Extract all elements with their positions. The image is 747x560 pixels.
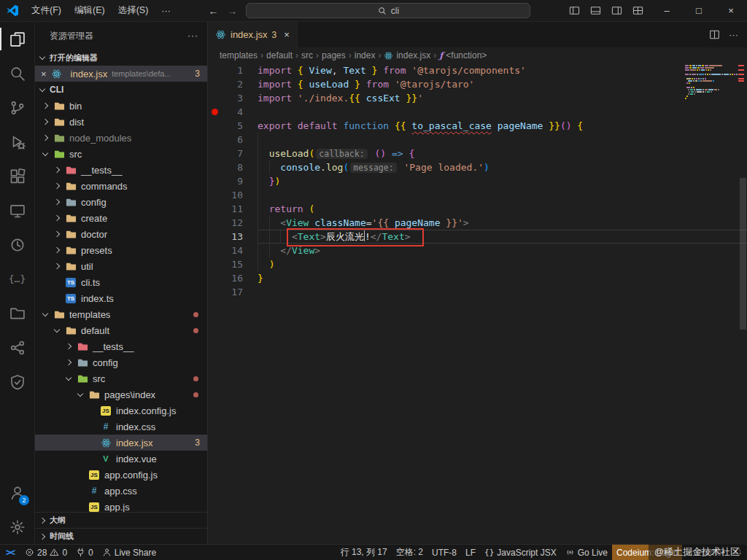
activity-bar-item-testing[interactable] bbox=[0, 365, 34, 399]
status-item-eol[interactable]: LF bbox=[461, 545, 480, 560]
toggle-sidebar-icon[interactable] bbox=[569, 5, 580, 16]
tree-item[interactable]: templates bbox=[35, 306, 207, 322]
line-content[interactable]: export default function {{ to_pascal_cas… bbox=[258, 119, 747, 133]
split-editor-icon[interactable] bbox=[709, 29, 720, 40]
close-button[interactable]: × bbox=[715, 0, 747, 21]
open-editors-header[interactable]: 打开的编辑器 bbox=[35, 50, 207, 66]
timeline-section-header[interactable]: 时间线 bbox=[35, 528, 207, 544]
tree-item[interactable]: config bbox=[35, 194, 207, 210]
status-item-go-live[interactable]: Go Live bbox=[561, 545, 612, 560]
tree-item[interactable]: src bbox=[35, 146, 207, 162]
activity-bar-item-snippets[interactable]: {…} bbox=[0, 262, 34, 296]
status-item-language-mode[interactable]: {}JavaScript JSX bbox=[480, 545, 561, 560]
command-center-search[interactable]: cli bbox=[246, 3, 530, 18]
line-content[interactable]: useLoad(callback: () => { bbox=[258, 147, 747, 160]
status-item-remote[interactable]: >< bbox=[0, 545, 20, 560]
tree-item[interactable]: __tests__ bbox=[35, 162, 207, 178]
code-area[interactable]: 1import { View, Text } from '@tarojs/com… bbox=[208, 63, 747, 544]
tree-item[interactable]: TSindex.ts bbox=[35, 290, 207, 306]
tree-item[interactable]: default bbox=[35, 322, 207, 338]
status-item-cursor-position[interactable]: 行 13, 列 17 bbox=[336, 545, 392, 560]
status-item-problems[interactable]: 280 bbox=[20, 545, 71, 560]
breadcrumb-item[interactable]: index bbox=[355, 50, 376, 61]
menu-item[interactable]: 编辑(E) bbox=[68, 0, 112, 21]
activity-bar-item-live-share[interactable] bbox=[0, 330, 34, 365]
activity-bar-item-source-control[interactable] bbox=[0, 90, 34, 125]
editor-scrollbar[interactable] bbox=[740, 178, 746, 330]
tree-item[interactable]: doctor bbox=[35, 226, 207, 242]
activity-bar-item-run-debug[interactable] bbox=[0, 125, 34, 159]
line-content[interactable]: console.log(message: 'Page loaded.') bbox=[258, 160, 747, 174]
activity-bar-item-project-manager[interactable] bbox=[0, 296, 34, 330]
line-content[interactable]: ) bbox=[258, 257, 747, 271]
tree-item[interactable]: #index.css bbox=[35, 419, 207, 435]
glyph-margin[interactable] bbox=[208, 109, 221, 115]
breadcrumb-item[interactable]: src bbox=[301, 50, 313, 61]
tree-item[interactable]: create bbox=[35, 210, 207, 226]
tree-item[interactable]: JSindex.config.js bbox=[35, 402, 207, 419]
tree-item[interactable]: Vindex.vue bbox=[35, 451, 207, 467]
tree-item[interactable]: util bbox=[35, 258, 207, 274]
minimap[interactable] bbox=[684, 65, 738, 102]
breadcrumb-item[interactable]: default bbox=[266, 50, 293, 61]
toggle-secondary-sidebar-icon[interactable] bbox=[611, 5, 622, 16]
minimize-button[interactable]: – bbox=[651, 0, 683, 21]
line-content[interactable] bbox=[258, 188, 747, 202]
more-actions-icon[interactable]: ··· bbox=[729, 29, 738, 40]
tree-item[interactable]: config bbox=[35, 354, 207, 370]
line-content[interactable]: } bbox=[258, 271, 747, 285]
activity-bar-item-settings[interactable] bbox=[0, 510, 34, 544]
line-content[interactable] bbox=[258, 285, 747, 299]
status-item-live-share[interactable]: Live Share bbox=[98, 545, 160, 560]
tree-item[interactable]: node_modules bbox=[35, 130, 207, 146]
toggle-panel-icon[interactable] bbox=[590, 5, 601, 16]
line-content[interactable]: import './index.{{ cssExt }}' bbox=[258, 91, 747, 105]
line-content[interactable]: return ( bbox=[258, 202, 747, 216]
activity-bar-item-remote-explorer[interactable] bbox=[0, 193, 34, 228]
activity-bar-item-search[interactable] bbox=[0, 56, 34, 90]
tree-item[interactable]: src bbox=[35, 370, 207, 386]
status-item-ports[interactable]: 0 bbox=[71, 545, 98, 560]
maximize-button[interactable]: □ bbox=[683, 0, 715, 21]
tab-index-jsx[interactable]: index.jsx 3 × bbox=[208, 22, 298, 47]
customize-layout-icon[interactable] bbox=[632, 5, 643, 16]
more-actions-icon[interactable]: ··· bbox=[187, 31, 198, 41]
menu-item[interactable]: 文件(F) bbox=[25, 0, 68, 21]
line-content[interactable]: import { View, Text } from '@tarojs/comp… bbox=[258, 63, 747, 77]
back-icon[interactable]: ← bbox=[208, 5, 218, 17]
tree-item[interactable]: TScli.ts bbox=[35, 274, 207, 290]
tree-item[interactable]: JSapp.config.js bbox=[35, 467, 207, 483]
tree-item[interactable]: pages\index bbox=[35, 386, 207, 402]
tree-item[interactable]: index.jsx3 bbox=[35, 435, 207, 451]
activity-bar-item-history[interactable] bbox=[0, 228, 34, 262]
tree-item[interactable]: commands bbox=[35, 178, 207, 194]
menu-item[interactable]: 选择(S) bbox=[112, 0, 155, 21]
forward-icon[interactable]: → bbox=[227, 5, 237, 17]
activity-bar-item-explorer[interactable] bbox=[0, 22, 34, 56]
status-item-indentation[interactable]: 空格: 2 bbox=[392, 545, 427, 560]
tree-item[interactable]: #app.css bbox=[35, 483, 207, 499]
activity-bar-item-accounts[interactable]: 2 bbox=[0, 475, 34, 510]
close-icon[interactable]: × bbox=[284, 29, 290, 40]
breadcrumb-item[interactable]: ƒ<function> bbox=[439, 50, 487, 61]
line-content[interactable]: import { useLoad } from '@tarojs/taro' bbox=[258, 77, 747, 91]
open-editor-item[interactable]: × index.jsx templates\defa... 3 bbox=[35, 66, 207, 82]
workspace-root-header[interactable]: CLI bbox=[35, 82, 207, 98]
tree-item[interactable]: dist bbox=[35, 114, 207, 130]
tree-item[interactable]: __tests__ bbox=[35, 338, 207, 354]
line-content[interactable] bbox=[258, 133, 747, 147]
token: { bbox=[292, 79, 309, 90]
breadcrumb-item[interactable]: templates bbox=[220, 50, 258, 61]
activity-bar-item-extensions[interactable] bbox=[0, 159, 34, 193]
status-item-encoding[interactable]: UTF-8 bbox=[427, 545, 461, 560]
line-content[interactable] bbox=[258, 105, 747, 119]
breadcrumb-item[interactable]: index.jsx bbox=[384, 50, 430, 61]
breadcrumb-item[interactable]: pages bbox=[322, 50, 346, 61]
menu-item[interactable]: ··· bbox=[155, 0, 177, 21]
close-icon[interactable]: × bbox=[41, 69, 47, 79]
tree-item[interactable]: bin bbox=[35, 98, 207, 114]
tree-item[interactable]: presets bbox=[35, 242, 207, 258]
tree-item[interactable]: JSapp.js bbox=[35, 499, 207, 512]
line-content[interactable]: }) bbox=[258, 174, 747, 188]
outline-section-header[interactable]: 大纲 bbox=[35, 512, 207, 528]
